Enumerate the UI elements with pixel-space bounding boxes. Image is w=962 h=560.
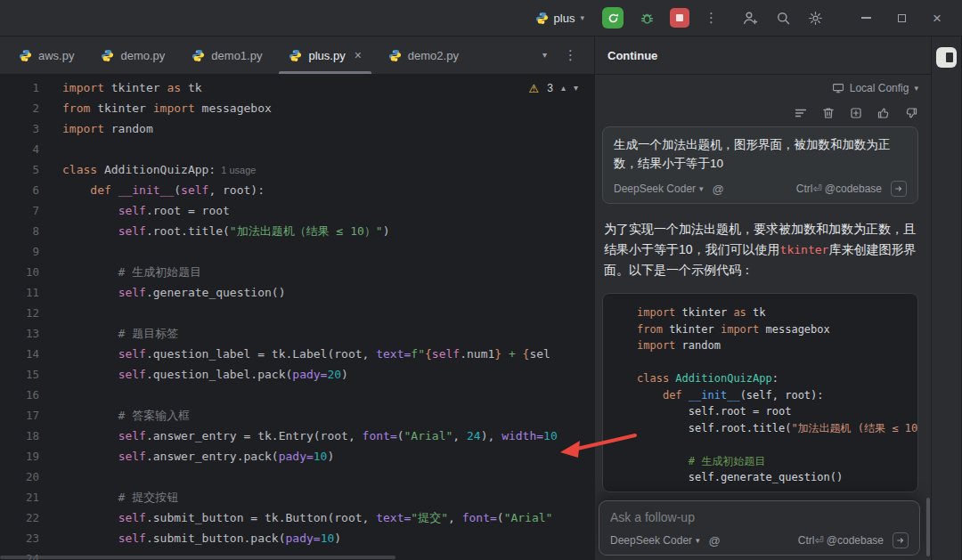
line-number[interactable]: 11 — [0, 282, 39, 303]
code-line[interactable]: 1import tkinter as tk — [0, 77, 594, 98]
code-line[interactable]: 18 self.answer_entry = tk.Entry(root, fo… — [0, 426, 594, 446]
line-number[interactable]: 6 — [0, 180, 39, 200]
code-line[interactable]: 20 — [0, 467, 594, 487]
code-line[interactable]: 13 # 题目标签 — [0, 323, 594, 344]
gear-icon[interactable] — [808, 11, 823, 26]
line-number[interactable]: 2 — [0, 98, 39, 118]
editor-tab-aws.py[interactable]: aws.py — [5, 37, 87, 74]
line-number[interactable]: 17 — [0, 405, 39, 426]
model-selector[interactable]: DeepSeek Coder ▾ — [614, 183, 704, 195]
code-line[interactable]: 17 # 答案输入框 — [0, 405, 594, 426]
model-selector[interactable]: DeepSeek Coder ▾ — [610, 534, 700, 547]
inspection-widget[interactable]: ⚠ 3 ▴ ▾ — [526, 80, 582, 96]
code-line[interactable]: 3import random — [0, 118, 594, 139]
line-number[interactable]: 20 — [0, 467, 39, 487]
search-icon[interactable] — [776, 11, 791, 26]
code-line[interactable]: 14 self.question_label = tk.Label(root, … — [0, 344, 594, 364]
code-line[interactable]: 7 self.root = root — [0, 200, 594, 221]
continue-plugin-icon[interactable] — [936, 47, 957, 68]
editor-tab-demo.py[interactable]: demo.py — [87, 37, 178, 74]
new-session-icon[interactable] — [849, 106, 863, 120]
thumbs-up-icon[interactable] — [876, 106, 891, 120]
code-line[interactable]: 2from tkinter import messagebox — [0, 98, 594, 118]
minimize-button[interactable] — [848, 4, 884, 31]
code-line[interactable] — [614, 354, 907, 371]
code-line[interactable]: 22 self.submit_button = tk.Button(root, … — [0, 507, 594, 528]
debug-button[interactable] — [636, 7, 657, 28]
maximize-button[interactable] — [884, 4, 919, 31]
line-number[interactable]: 13 — [0, 323, 39, 344]
panel-actions — [602, 106, 918, 120]
line-number[interactable]: 1 — [0, 77, 39, 98]
code-line[interactable]: self.root = root — [614, 403, 907, 420]
line-number[interactable]: 10 — [0, 262, 39, 282]
line-number[interactable]: 22 — [0, 507, 39, 528]
history-icon[interactable] — [794, 106, 808, 120]
mention-icon[interactable]: @ — [713, 183, 724, 196]
next-warning-icon[interactable]: ▾ — [574, 84, 578, 93]
more-actions-icon[interactable]: ⋮ — [702, 10, 721, 26]
code-editor[interactable]: 1import tkinter as tk2from tkinter impor… — [0, 75, 594, 560]
code-line[interactable]: import tkinter as tk — [614, 304, 907, 321]
editor-tab-demo1.py[interactable]: demo1.py — [178, 37, 275, 74]
run-config-selector[interactable]: plus ▾ — [530, 9, 590, 28]
mention-icon[interactable]: @ — [709, 534, 721, 548]
editor-tab-demo2.py[interactable]: demo2.py — [375, 37, 472, 74]
code-line[interactable]: self.root.title("加法出题机 (结果 ≤ 10)") — [614, 420, 907, 437]
line-number[interactable]: 19 — [0, 446, 39, 467]
line-number[interactable]: 15 — [0, 364, 39, 385]
line-number[interactable]: 3 — [0, 118, 39, 139]
edit-message-button[interactable] — [891, 181, 907, 197]
code-line[interactable]: # 生成初始题目 — [614, 453, 907, 470]
tab-options-icon[interactable]: ⋮ — [561, 47, 580, 63]
line-number[interactable]: 14 — [0, 344, 39, 364]
code-line[interactable]: 6 def __init__(self, root): — [0, 180, 594, 200]
rerun-button[interactable] — [602, 7, 624, 28]
config-selector[interactable]: Local Config ▾ — [602, 82, 918, 94]
python-file-icon — [101, 49, 114, 62]
code-line[interactable]: 15 self.question_label.pack(pady=20) — [0, 364, 594, 385]
code-line[interactable]: 12 — [0, 303, 594, 323]
tab-close-icon[interactable]: × — [355, 48, 362, 62]
response-code-block[interactable]: import tkinter as tkfrom tkinter import … — [602, 293, 918, 492]
code-line[interactable] — [614, 436, 907, 453]
code-line[interactable]: 19 self.answer_entry.pack(pady=10) — [0, 446, 594, 467]
code-line[interactable]: 9 — [0, 241, 594, 262]
prev-warning-icon[interactable]: ▴ — [561, 84, 566, 93]
horizontal-scrollbar[interactable] — [0, 556, 395, 559]
code-line[interactable]: import random — [614, 337, 907, 354]
code-line[interactable]: class AdditionQuizApp: — [614, 370, 907, 387]
line-number[interactable]: 16 — [0, 385, 39, 405]
thumbs-down-icon[interactable] — [904, 106, 918, 120]
line-number[interactable]: 23 — [0, 528, 39, 548]
code-line[interactable]: from tkinter import messagebox — [614, 321, 907, 338]
trash-icon[interactable] — [821, 106, 836, 120]
code-line[interactable]: def __init__(self, root): — [614, 387, 907, 404]
line-number[interactable]: 12 — [0, 303, 39, 323]
code-line[interactable]: 16 — [0, 385, 594, 405]
hidden-tabs-chevron-icon[interactable]: ▾ — [542, 51, 547, 60]
code-line[interactable]: 23 self.submit_button.pack(pady=10) — [0, 528, 594, 548]
stop-button[interactable] — [670, 8, 689, 28]
code-token: .answer_entry = tk.Entry(root, — [146, 429, 363, 442]
code-line[interactable]: 5class AdditionQuizApp: 1 usage — [0, 159, 594, 180]
code-line[interactable]: 4 — [0, 139, 594, 159]
line-number[interactable]: 4 — [0, 139, 39, 159]
line-number[interactable]: 5 — [0, 159, 39, 180]
followup-input[interactable]: Ask a follow-up DeepSeek Coder ▾ @ Ctrl⏎… — [599, 500, 920, 556]
panel-scrollbar[interactable] — [926, 498, 930, 556]
code-line[interactable]: 10 # 生成初始题目 — [0, 262, 594, 282]
line-number[interactable]: 9 — [0, 241, 39, 262]
code-line[interactable]: 21 # 提交按钮 — [0, 487, 594, 507]
code-line[interactable]: 11 self.generate_question() — [0, 282, 594, 303]
line-number[interactable]: 8 — [0, 221, 39, 241]
send-button[interactable] — [893, 532, 909, 548]
close-button[interactable]: × — [919, 4, 955, 31]
line-number[interactable]: 7 — [0, 200, 39, 221]
editor-tab-plus.py[interactable]: plus.py× — [275, 37, 374, 74]
line-number[interactable]: 18 — [0, 426, 39, 446]
code-line[interactable]: 8 self.root.title("加法出题机（结果 ≤ 10）") — [0, 221, 594, 241]
add-user-icon[interactable] — [742, 10, 759, 27]
code-line[interactable]: self.generate_question() — [614, 469, 907, 486]
line-number[interactable]: 21 — [0, 487, 39, 507]
